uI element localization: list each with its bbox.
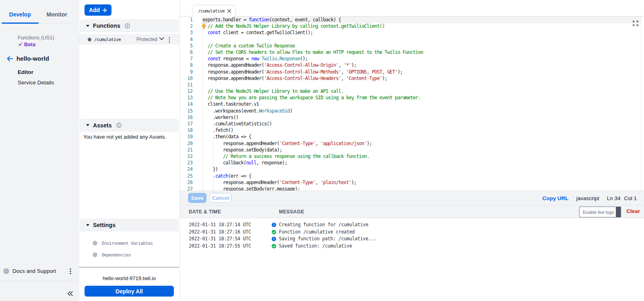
editor-tab-label: /cumulative [198,8,225,14]
line-number: 6 [180,49,193,55]
language-indicator: javascript [576,195,599,201]
gear-icon [92,252,98,258]
cancel-button[interactable]: Cancel [210,193,231,203]
code-line: const response = new Twilio.Response(); [202,55,308,62]
settings-section-header[interactable]: Settings [80,219,179,231]
code-line: .fetch() [202,127,233,133]
line-number: 24 [180,166,193,172]
toolbar-right-group: Copy URL javascript Ln 34 Col 1 [542,191,637,205]
code-line: client.taskrouter.v1 [202,101,259,107]
back-arrow-icon[interactable] [6,56,13,61]
line-number: 20 [180,140,193,147]
code-line: // Note how you are passing the workspac… [202,94,421,101]
code-line: response.appendHeader('Access-Control-Al… [202,75,387,82]
editor-tab-cumulative[interactable]: /cumulative [193,5,236,16]
line-number: 10 [180,75,193,82]
code-line: response.appendHeader('Access-Control-Al… [202,69,402,75]
tab-develop[interactable]: Develop [2,6,39,23]
panel-divider [79,267,180,268]
log-timestamp: 2022-01-31 18:27:54 UTC [189,235,251,243]
visibility-chevron-icon[interactable] [159,37,164,41]
code-line: const client = context.getTwilioClient()… [202,29,313,36]
function-item-cumulative[interactable]: /cumulative Protected [79,34,180,45]
functions-info-icon[interactable] [125,23,130,29]
indent-guide [213,140,213,166]
log-timestamp: 2022-01-31 18:27:55 UTC [189,243,251,250]
collapse-triangle-icon [86,25,89,27]
line-number: 12 [180,88,193,94]
docs-kebab-icon[interactable] [68,266,73,276]
cursor-col: Col 1 [624,195,637,201]
editor-toolbar: Save Cancel Copy URL javascript Ln 34 Co… [180,190,644,205]
close-tab-icon[interactable] [227,8,232,14]
indent-guide [213,179,213,190]
line-number: 3 [180,29,193,36]
left-sidebar: Develop Monitor Functions (US1) Beta hel… [0,0,78,301]
function-status-dot [88,38,91,41]
service-domain: hello-world-9719.twil.io [79,275,180,281]
line-number: 2 [180,23,193,29]
gear-icon [92,240,98,246]
line-number: 1 [180,16,193,23]
service-header: hello-world [6,55,49,62]
assets-info-icon[interactable] [116,123,122,128]
assets-empty-message: You have not yet added any Assets. [83,134,166,140]
line-number: 9 [180,69,193,75]
code-line: .cumulativeStatistics() [202,121,272,127]
line-number: 11 [180,82,193,88]
collapse-sidebar-icon[interactable] [66,289,74,298]
sidebar-item-service-details[interactable]: Service Details [18,80,54,86]
functions-section-header[interactable]: Functions [80,19,179,32]
docs-label: Docs and Support [12,268,56,274]
code-line: .then(data => { [202,133,251,140]
code-line: .workspaces(event.WorkspaceSid) [202,108,292,114]
code-line: response.appendHeader('Content-Type', 'p… [202,179,357,186]
fullscreen-icon[interactable] [632,20,639,27]
line-number: 4 [180,36,193,43]
collapse-triangle-icon [86,224,89,226]
line-number: 7 [180,55,193,62]
code-line: // Create a custom Twilio Response [202,43,295,49]
line-number: 18 [180,127,193,133]
line-number: 26 [180,179,193,186]
enable-live-logs-toggle[interactable]: Enable live logs [579,207,621,217]
line-number: 27 [180,186,193,190]
sparkle-icon [18,42,23,47]
code-line: // Use the NodeJS Helper Library to make… [202,88,344,94]
line-number: 14 [180,101,193,107]
sidebar-item-editor[interactable]: Editor [18,69,33,75]
line-number: 19 [180,133,193,140]
code-line: exports.handler = function(context, even… [202,16,341,23]
settings-item-dependencies[interactable]: Dependencies [92,252,131,258]
code-area[interactable]: 1234567891011121314151617181920212223242… [180,16,644,190]
assets-section-title: Assets [93,122,112,129]
save-button[interactable]: Save [188,193,206,203]
log-row: 2022-01-31 18:27:54 UTCSaving function p… [180,235,644,243]
assets-section-header[interactable]: Assets [80,119,179,132]
logs-body: 2022-01-31 18:27:14 UTCCreating function… [180,218,644,301]
logs-header: DATE & TIME MESSAGE Enable live logs Cle… [180,205,644,218]
docs-and-support[interactable]: Docs and Support [0,265,78,277]
clear-logs-button[interactable]: Clear [626,208,640,214]
settings-item-label: Environment Variables [102,241,153,246]
functions-panel: Add Functions /cumulative Protected [79,0,180,301]
code-line: response.appendHeader('Access-Control-Al… [202,62,357,68]
line-number: 15 [180,108,193,114]
copy-url-button[interactable]: Copy URL [542,195,568,201]
indent-guide [202,23,203,190]
settings-item-environment-variables[interactable]: Environment Variables [92,240,153,246]
settings-item-label: Dependencies [102,252,131,258]
collapse-triangle-icon [86,124,89,126]
function-kebab-icon[interactable] [167,36,172,44]
add-button[interactable]: Add [85,4,111,16]
code-line: // Add the NodeJS Helper Library by call… [202,23,385,29]
deploy-all-button[interactable]: Deploy All [85,286,174,297]
code-action-lightbulb-icon[interactable] [201,24,206,29]
tab-monitor[interactable]: Monitor [39,6,76,23]
log-row: 2022-01-31 18:27:55 UTCSaved function: /… [180,243,644,250]
lifebuoy-icon [3,268,9,274]
line-number: 22 [180,153,193,160]
logs-column-message: MESSAGE [279,205,304,218]
line-number: 16 [180,114,193,121]
line-number: 5 [180,43,193,49]
